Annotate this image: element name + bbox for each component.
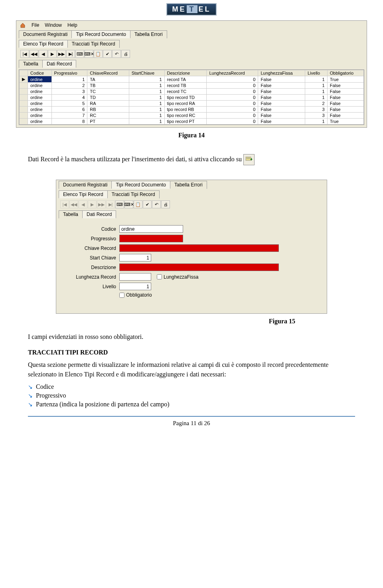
- input-codice[interactable]: [119, 225, 183, 233]
- toolbar1-btn-11[interactable]: 🖨: [121, 50, 130, 58]
- grid-cell[interactable]: ordine: [28, 83, 52, 89]
- input-descrizione[interactable]: [119, 263, 279, 271]
- grid-cell[interactable]: RA: [87, 101, 129, 107]
- table-row[interactable]: ordine5RA1tipo record RA0False2False: [20, 101, 364, 107]
- grid-cell[interactable]: 1: [305, 83, 327, 89]
- grid-cell[interactable]: PT: [87, 119, 129, 125]
- row-selector-icon[interactable]: [20, 119, 28, 125]
- grid-cell[interactable]: ordine: [28, 101, 52, 107]
- table-row[interactable]: ordine3TC1record TC0False1False: [20, 89, 364, 95]
- tab2-l1-1[interactable]: Tipi Record Documento: [111, 181, 170, 189]
- grid-cell[interactable]: False: [258, 83, 305, 89]
- grid-header-6[interactable]: LunghezzaFissa: [258, 70, 305, 76]
- row-selector-icon[interactable]: [20, 101, 28, 107]
- grid-cell[interactable]: 3: [51, 89, 87, 95]
- grid-cell[interactable]: False: [258, 119, 305, 125]
- toolbar2-btn-9[interactable]: ✔: [143, 200, 152, 208]
- grid-cell[interactable]: 0: [207, 89, 258, 95]
- input-lunghezza-record[interactable]: [119, 273, 151, 281]
- grid-cell[interactable]: ordine: [28, 113, 52, 119]
- grid-cell[interactable]: 3: [305, 107, 327, 113]
- toolbar1-btn-4[interactable]: ▶▶: [57, 50, 66, 58]
- toolbar2-btn-5[interactable]: ▶|: [106, 200, 115, 208]
- grid-cell[interactable]: record TB: [164, 83, 207, 89]
- input-start-chiave[interactable]: [119, 254, 151, 261]
- table-row[interactable]: ordine4TD1tipo record TD0False1False: [20, 95, 364, 101]
- tab2-l3-1[interactable]: Dati Record: [82, 210, 116, 218]
- grid-header-0[interactable]: Codice: [28, 70, 52, 76]
- table-row[interactable]: ordine8PT1tipo record PT0False1True: [20, 119, 364, 125]
- grid-cell[interactable]: RB: [87, 107, 129, 113]
- grid-cell[interactable]: ordine: [28, 76, 52, 83]
- grid-cell[interactable]: ordine: [28, 89, 52, 95]
- grid-cell[interactable]: 0: [207, 95, 258, 101]
- grid-cell[interactable]: ordine: [28, 107, 52, 113]
- grid-header-5[interactable]: LunghezzaRecord: [207, 70, 258, 76]
- row-selector-icon[interactable]: [20, 89, 28, 95]
- grid-cell[interactable]: False: [258, 89, 305, 95]
- toolbar2-btn-4[interactable]: ▶▶: [97, 200, 106, 208]
- tab-l2-0[interactable]: Elenco Tipi Record: [19, 40, 68, 48]
- tab2-l1-0[interactable]: Documenti Registrati: [59, 181, 112, 189]
- grid-cell[interactable]: 1: [305, 95, 327, 101]
- menu-window[interactable]: Window: [45, 22, 62, 28]
- grid-cell[interactable]: 1: [305, 89, 327, 95]
- toolbar2-btn-0[interactable]: |◀: [60, 200, 69, 208]
- grid-cell[interactable]: TA: [87, 76, 129, 83]
- grid-cell[interactable]: tipo record TD: [164, 95, 207, 101]
- data-grid[interactable]: CodiceProgressivoChiaveRecordStartChiave…: [19, 70, 364, 125]
- toolbar2-btn-2[interactable]: ◀: [79, 200, 87, 208]
- grid-header-1[interactable]: Progressivo: [51, 70, 87, 76]
- grid-header-7[interactable]: Livello: [305, 70, 327, 76]
- toolbar1-btn-10[interactable]: ↶: [112, 50, 121, 58]
- toolbar2-btn-10[interactable]: ↶: [152, 200, 161, 208]
- grid-cell[interactable]: 5: [51, 101, 87, 107]
- tab-l3-0[interactable]: Tabella: [19, 60, 43, 68]
- checkbox-lunghezza-fissa[interactable]: [157, 274, 162, 279]
- grid-cell[interactable]: False: [258, 107, 305, 113]
- tab-l1-0[interactable]: Documenti Registrati: [19, 30, 72, 38]
- toolbar1-btn-7[interactable]: ⌨✕: [85, 50, 93, 58]
- toolbar1-btn-8[interactable]: 📋: [94, 50, 103, 58]
- toolbar2-btn-8[interactable]: 📋: [134, 200, 142, 208]
- grid-header-4[interactable]: Descrizione: [164, 70, 207, 76]
- grid-cell[interactable]: 1: [129, 83, 164, 89]
- grid-cell[interactable]: tipo record RC: [164, 113, 207, 119]
- grid-cell[interactable]: 1: [305, 76, 327, 83]
- grid-cell[interactable]: 1: [129, 119, 164, 125]
- grid-cell[interactable]: 1: [129, 95, 164, 101]
- toolbar2-btn-11[interactable]: 🖨: [161, 200, 170, 208]
- tab-l1-1[interactable]: Tipi Record Documento: [71, 30, 130, 38]
- grid-header-8[interactable]: Obbligatorio: [327, 70, 363, 76]
- table-row[interactable]: ▶ordine1TA1record TA0False1True: [20, 76, 364, 83]
- toolbar2-btn-7[interactable]: ⌨✕: [124, 200, 133, 208]
- grid-cell[interactable]: 6: [51, 107, 87, 113]
- grid-cell[interactable]: tipo record RA: [164, 101, 207, 107]
- row-selector-icon[interactable]: [20, 83, 28, 89]
- grid-cell[interactable]: 1: [129, 107, 164, 113]
- home-icon[interactable]: [20, 22, 26, 28]
- tab-l3-1[interactable]: Dati Record: [42, 60, 76, 68]
- grid-cell[interactable]: tipo record PT: [164, 119, 207, 125]
- toolbar1-btn-3[interactable]: ▶: [48, 50, 57, 58]
- row-selector-icon[interactable]: [20, 95, 28, 101]
- row-selector-icon[interactable]: ▶: [20, 76, 28, 83]
- table-row[interactable]: ordine6RB1tpo record RB0False3False: [20, 107, 364, 113]
- grid-cell[interactable]: 1: [129, 113, 164, 119]
- table-row[interactable]: ordine2TB1record TB0False1False: [20, 83, 364, 89]
- grid-header-2[interactable]: ChiaveRecord: [87, 70, 129, 76]
- table-row[interactable]: ordine7RC1tipo record RC0False3False: [20, 113, 364, 119]
- grid-cell[interactable]: 1: [129, 76, 164, 83]
- grid-header-3[interactable]: StartChiave: [129, 70, 164, 76]
- tab2-l3-0[interactable]: Tabella: [59, 210, 83, 218]
- toolbar1-btn-5[interactable]: ▶|: [66, 50, 75, 58]
- row-selector-icon[interactable]: [20, 107, 28, 113]
- grid-cell[interactable]: False: [327, 101, 363, 107]
- grid-cell[interactable]: True: [327, 76, 363, 83]
- input-livello[interactable]: [119, 283, 151, 290]
- grid-cell[interactable]: 0: [207, 113, 258, 119]
- grid-cell[interactable]: record TA: [164, 76, 207, 83]
- grid-cell[interactable]: 0: [207, 107, 258, 113]
- grid-cell[interactable]: 2: [51, 83, 87, 89]
- input-chiave-record[interactable]: [119, 244, 279, 252]
